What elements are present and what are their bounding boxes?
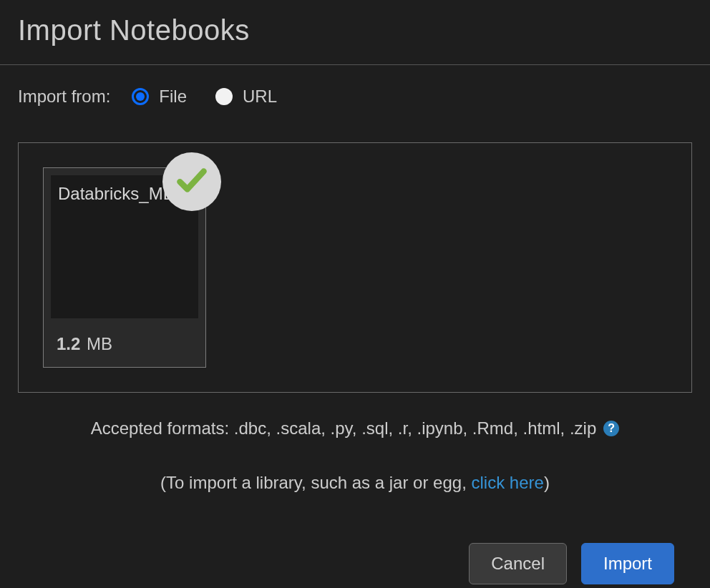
radio-option-file[interactable]: File xyxy=(132,87,187,107)
file-size: 1.2 MB xyxy=(51,318,198,358)
file-size-unit: MB xyxy=(87,334,112,353)
radio-icon xyxy=(132,88,149,105)
upload-success-badge xyxy=(162,152,221,211)
library-hint-prefix: (To import a library, such as a jar or e… xyxy=(160,473,471,492)
import-button[interactable]: Import xyxy=(581,543,674,584)
file-size-value: 1.2 xyxy=(57,334,80,353)
library-import-hint: (To import a library, such as a jar or e… xyxy=(18,473,692,493)
dialog-body: Import from: File URL Databricks_ML 1.2 … xyxy=(0,65,710,588)
import-from-label: Import from: xyxy=(18,87,110,107)
check-icon xyxy=(174,162,210,201)
import-from-row: Import from: File URL xyxy=(18,87,692,107)
library-hint-suffix: ) xyxy=(544,473,550,492)
accepted-formats-hint: Accepted formats: .dbc, .scala, .py, .sq… xyxy=(18,418,692,438)
radio-option-url[interactable]: URL xyxy=(215,87,277,107)
help-icon[interactable]: ? xyxy=(603,421,619,436)
cancel-button[interactable]: Cancel xyxy=(469,543,567,584)
file-name: Databricks_ML xyxy=(58,184,172,203)
uploaded-file-card[interactable]: Databricks_ML 1.2 MB xyxy=(43,167,206,368)
radio-label-file: File xyxy=(159,87,187,107)
radio-label-url: URL xyxy=(243,87,277,107)
accepted-formats-text: Accepted formats: .dbc, .scala, .py, .sq… xyxy=(91,418,597,438)
file-dropzone[interactable]: Databricks_ML 1.2 MB xyxy=(18,142,692,393)
dialog-title: Import Notebooks xyxy=(18,14,692,46)
dialog-header: Import Notebooks xyxy=(0,0,710,65)
import-source-radio-group: File URL xyxy=(132,87,277,107)
radio-icon xyxy=(215,88,233,105)
import-library-link[interactable]: click here xyxy=(472,473,544,492)
dialog-footer: Cancel Import xyxy=(18,521,692,584)
